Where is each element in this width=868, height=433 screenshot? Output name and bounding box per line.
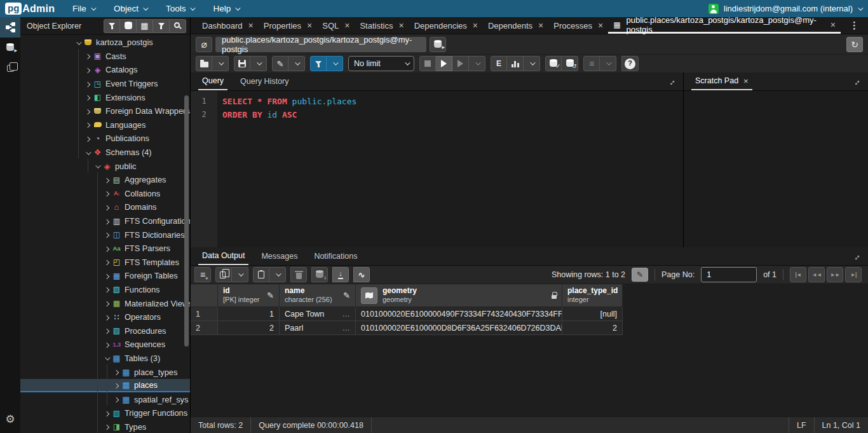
tree-item-tables-3-[interactable]: Tables (3) [20, 352, 190, 366]
scratch-pad-expand-button[interactable]: ↔ [846, 72, 867, 90]
disconnected-plug-icon-button[interactable]: ⌀ [196, 37, 212, 52]
dropdown-toggle-button[interactable] [269, 267, 286, 282]
copy-button[interactable] [215, 267, 232, 282]
chevron-right-icon[interactable] [102, 273, 111, 278]
tab-sql[interactable]: SQL× [317, 17, 355, 34]
tree-item-foreign-data-wrappers[interactable]: Foreign Data Wrappers [20, 104, 190, 118]
strip-item-query-tool-icon[interactable]: ▸ [0, 38, 20, 58]
execute-button[interactable] [436, 56, 452, 71]
cell-name[interactable]: Cape Town… [280, 307, 356, 321]
chevron-right-icon[interactable] [83, 109, 92, 114]
tree-item-fts-dictionaries[interactable]: FTS Dictionaries [20, 228, 190, 242]
cell-name[interactable]: Paarl… [280, 321, 356, 335]
chevron-right-icon[interactable] [102, 424, 111, 429]
tree-item-spatial-ref-sys[interactable]: spatial_ref_sys [20, 392, 190, 406]
first-page-button[interactable]: |◄ [790, 267, 806, 282]
chevron-right-icon[interactable] [102, 301, 111, 306]
menu-tools[interactable]: Tools [166, 4, 194, 13]
strip-item-schema-diff-icon[interactable] [0, 58, 20, 78]
macros-button[interactable]: ≡ [583, 56, 600, 71]
scratch-pad-body[interactable] [684, 91, 868, 247]
dropdown-toggle-button[interactable] [212, 56, 229, 71]
delete-row-button[interactable] [290, 267, 307, 282]
geometry-view-button[interactable] [361, 287, 377, 304]
status-eol[interactable]: LF [789, 417, 814, 433]
sidebar-toolbar-database-icon[interactable] [120, 19, 137, 33]
tree-item-catalogs[interactable]: Catalogs [20, 63, 190, 77]
tab-public.places[interactable]: ▦public.places/kartoza_postgis/kartoza_p… [608, 17, 841, 34]
chevron-right-icon[interactable] [102, 315, 111, 320]
tree-item-functions[interactable]: Functions [20, 283, 190, 297]
prev-page-button[interactable]: ◄◄ [808, 267, 825, 282]
dropdown-toggle-button[interactable] [469, 56, 485, 71]
chevron-right-icon[interactable] [102, 219, 111, 224]
tree-scrollbar[interactable] [184, 95, 189, 347]
tree-item-public[interactable]: public [20, 159, 190, 173]
menu-object[interactable]: Object [114, 4, 147, 13]
cell-geometry[interactable]: 0101000020E6100000490F73334F743240430F73… [356, 307, 562, 321]
stop-button[interactable] [419, 56, 436, 71]
explain-button[interactable]: E [491, 56, 507, 71]
tree-item-publications[interactable]: Publications [20, 132, 190, 146]
tree-item-event-triggers[interactable]: Event Triggers [20, 77, 190, 91]
chevron-right-icon[interactable] [112, 397, 121, 402]
row-limit-select[interactable]: No limit [348, 56, 414, 71]
sidebar-toolbar-grid-icon[interactable]: ▦ [137, 19, 153, 33]
chevron-right-icon[interactable] [83, 122, 92, 127]
close-icon[interactable]: × [598, 21, 603, 30]
chevron-right-icon[interactable] [83, 67, 92, 72]
tab-dependents[interactable]: Dependents× [483, 17, 548, 34]
help-button[interactable]: ? [621, 56, 639, 71]
edit-button[interactable]: ✎ [272, 56, 288, 71]
next-page-button[interactable]: ►► [827, 267, 843, 282]
refresh-button[interactable]: ↻ [846, 37, 863, 52]
strip-item-settings-gear-icon[interactable]: ⚙ [0, 409, 20, 429]
cell-id[interactable]: 1 [218, 307, 280, 321]
tree-item-fts-templates[interactable]: FTS Templates [20, 256, 190, 270]
edit-range-button[interactable]: ✎ [632, 268, 648, 282]
close-icon[interactable]: × [248, 21, 254, 30]
connection-string-field[interactable]: public.places/kartoza_postgis/kartoza_po… [215, 37, 426, 52]
chevron-right-icon[interactable] [112, 369, 121, 375]
chevron-right-icon[interactable] [102, 232, 111, 237]
tab-query-history[interactable]: Query History [236, 72, 292, 90]
tab-statistics[interactable]: Statistics× [355, 17, 409, 34]
chart-button[interactable]: ∿ [353, 267, 370, 282]
chevron-right-icon[interactable] [102, 205, 111, 210]
tree-item-foreign-tables[interactable]: Foreign Tables [20, 269, 190, 283]
tab-scratch-pad[interactable]: Scratch Pad × [691, 72, 752, 90]
tree-item-places[interactable]: places [20, 379, 190, 393]
tree-item-domains[interactable]: Domains [20, 200, 190, 214]
menu-file[interactable]: File [72, 4, 95, 13]
tree-item-kartoza-postgis[interactable]: kartoza_postgis [20, 36, 190, 50]
column-header-place_type_id[interactable]: place_type_idinteger✎ [562, 284, 623, 307]
chevron-right-icon[interactable] [83, 136, 92, 141]
tree-item-operators[interactable]: Operators [20, 310, 190, 324]
row-number-cell[interactable]: 2 [191, 321, 218, 335]
page-number-input[interactable] [701, 267, 757, 282]
close-icon[interactable]: × [831, 20, 836, 29]
rollback-button[interactable]: ↺ [562, 56, 578, 71]
close-icon[interactable]: × [307, 21, 312, 30]
chevron-right-icon[interactable] [102, 287, 111, 292]
tree-item-sequences[interactable]: Sequences [20, 338, 190, 352]
user-menu[interactable]: lindiestrijdom@gmail.com (internal) [709, 4, 862, 14]
menu-help[interactable]: Help [213, 4, 239, 13]
close-icon[interactable]: × [344, 21, 349, 30]
tab-query[interactable]: Query [198, 72, 227, 90]
filter-button[interactable] [310, 56, 327, 71]
commit-button[interactable]: ✓ [545, 56, 562, 71]
dropdown-toggle-button[interactable] [524, 56, 540, 71]
tree-item-collations[interactable]: Collations [20, 187, 190, 201]
chevron-right-icon[interactable] [102, 177, 111, 182]
chevron-right-icon[interactable] [102, 246, 111, 251]
tree-item-types[interactable]: Types [20, 420, 190, 433]
strip-item-object-explorer-icon[interactable] [0, 17, 20, 38]
dropdown-toggle-button[interactable] [288, 56, 305, 71]
tree-item-place-types[interactable]: place_types [20, 365, 190, 379]
save-button[interactable] [234, 56, 250, 71]
chevron-right-icon[interactable] [102, 342, 111, 347]
column-header-geometry[interactable]: geometrygeometry [356, 284, 562, 307]
dropdown-toggle-button[interactable] [232, 267, 248, 282]
row-number-cell[interactable]: 1 [191, 307, 218, 321]
